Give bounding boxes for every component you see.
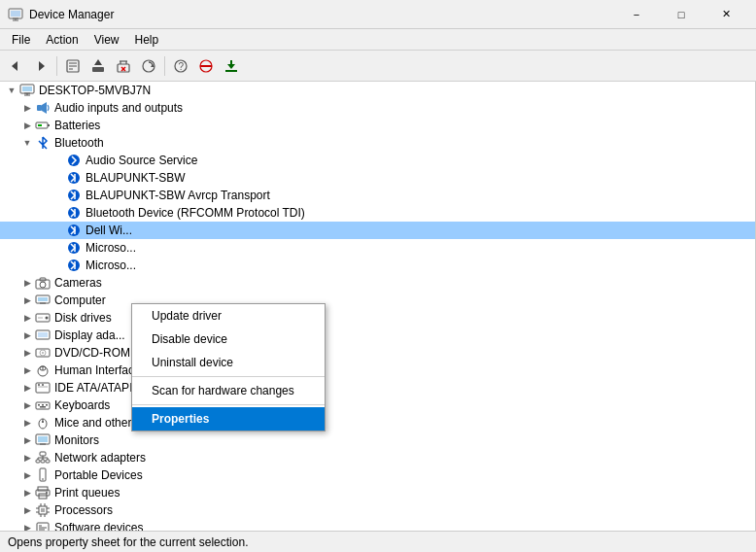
svg-rect-11: [92, 67, 104, 72]
svg-point-79: [42, 421, 44, 423]
diskdrives-icon: [35, 310, 51, 326]
svg-rect-74: [42, 404, 44, 406]
svg-rect-76: [40, 406, 46, 408]
tree-item-diskdrives[interactable]: ▶ Disk drives: [0, 309, 755, 327]
expand-icon-keyboards: ▶: [19, 397, 35, 413]
tree-item-bluetooth[interactable]: ▼ Bluetooth: [0, 134, 755, 152]
software-icon: [35, 520, 51, 531]
menu-action[interactable]: Action: [38, 31, 86, 49]
window-title: Device Manager: [29, 8, 614, 21]
tree-item-blaupunkt[interactable]: ▶ BLAUPUNKT-SBW: [0, 169, 755, 187]
toolbar: ?: [0, 51, 756, 82]
ctx-disable-device[interactable]: Disable device: [132, 328, 325, 351]
expand-icon-cameras: ▶: [19, 275, 35, 291]
audio-label: Audio inputs and outputs: [54, 101, 183, 115]
tree-item-monitors[interactable]: ▶ Monitors: [0, 431, 755, 449]
expand-icon-monitors: ▶: [19, 432, 35, 448]
svg-rect-55: [38, 297, 48, 301]
svg-marker-34: [42, 102, 47, 114]
expand-icon-software: ▶: [19, 520, 35, 531]
expand-icon-ide: ▶: [19, 380, 35, 396]
install-toolbar-button[interactable]: [220, 54, 243, 78]
tree-item-dellwi[interactable]: ▶ Dell Wi...: [0, 222, 755, 239]
svg-rect-33: [37, 105, 42, 111]
portable-label: Portable Devices: [54, 468, 143, 482]
menu-file[interactable]: File: [4, 31, 38, 49]
tree-item-portable[interactable]: ▶ Portable Devices: [0, 466, 755, 484]
remove-toolbar-button[interactable]: [194, 54, 218, 78]
tree-item-audiosource[interactable]: ▶ Audio Source Service: [0, 152, 755, 169]
tree-item-microso2[interactable]: ▶ Microso...: [0, 257, 755, 274]
print-label: Print queues: [54, 486, 120, 500]
print-icon: [35, 485, 51, 500]
audiosource-label: Audio Source Service: [86, 154, 197, 167]
menu-help[interactable]: Help: [127, 31, 167, 49]
cameras-icon: [35, 275, 51, 291]
ctx-properties[interactable]: Properties: [132, 407, 325, 431]
expand-icon-network: ▶: [19, 450, 35, 466]
minimize-button[interactable]: −: [614, 0, 659, 29]
close-button[interactable]: ✕: [704, 0, 748, 29]
portable-icon: [35, 467, 51, 483]
svg-rect-61: [38, 332, 48, 337]
svg-text:?: ?: [179, 61, 185, 72]
expand-icon-display: ▶: [19, 328, 35, 343]
dvdcd-icon: [35, 345, 51, 361]
forward-button[interactable]: [29, 54, 52, 78]
tree-item-mice[interactable]: ▶ Mice and other pointing devices: [0, 414, 755, 431]
tree-item-processors[interactable]: ▶ Processors: [0, 501, 755, 519]
window-controls[interactable]: − □ ✕: [614, 0, 748, 29]
display-label: Display ada...: [54, 328, 125, 342]
help-toolbar-button[interactable]: ?: [169, 54, 192, 78]
tree-item-keyboards[interactable]: ▶ Keyboards: [0, 397, 755, 414]
device-tree[interactable]: ▼ DESKTOP-5MVBJ7N ▶: [0, 82, 756, 531]
expand-icon-hid: ▶: [19, 362, 35, 378]
tree-item-audio[interactable]: ▶ Audio inputs and outputs: [0, 99, 755, 117]
tree-item-print[interactable]: ▶ Print queues: [0, 484, 755, 501]
ctx-update-driver[interactable]: Update driver: [132, 304, 325, 328]
update-driver-toolbar-button[interactable]: [86, 54, 110, 78]
svg-point-58: [46, 317, 49, 320]
tree-item-computer[interactable]: ▶ Computer: [0, 292, 755, 309]
properties-toolbar-button[interactable]: [61, 54, 85, 78]
tree-item-btdevice[interactable]: ▶ Bluetooth Device (RFCOMM Protocol TDI): [0, 204, 755, 222]
menu-view[interactable]: View: [86, 31, 127, 49]
microso1-label: Microso...: [86, 241, 136, 255]
tree-item-dvdcd[interactable]: ▶ DVD/CD-ROM drives: [0, 344, 755, 362]
tree-item-software[interactable]: ▶ Software devices: [0, 519, 755, 531]
svg-point-70: [38, 384, 40, 386]
main-area: ▼ DESKTOP-5MVBJ7N ▶: [0, 82, 756, 531]
ide-icon: [35, 380, 51, 396]
software-label: Software devices: [54, 521, 143, 531]
tree-item-network[interactable]: ▶ Network adapters: [0, 449, 755, 466]
audio-icon: [35, 100, 51, 116]
blaupunkt-icon: [66, 170, 82, 186]
svg-rect-86: [41, 460, 45, 463]
tree-item-blaupunkt2[interactable]: ▶ BLAUPUNKT-SBW Avrcp Transport: [0, 187, 755, 204]
expand-icon-batteries: ▶: [19, 118, 35, 133]
computer2-icon: [35, 293, 51, 308]
tree-item-display[interactable]: ▶ Display ada...: [0, 327, 755, 344]
expand-icon-bluetooth: ▼: [19, 135, 35, 151]
tree-item-microso1[interactable]: ▶ Microso...: [0, 239, 755, 257]
network-label: Network adapters: [54, 451, 146, 465]
tree-item-hid[interactable]: ▶ Human Interface Devices: [0, 362, 755, 379]
svg-rect-1: [11, 11, 20, 17]
svg-rect-37: [38, 124, 42, 126]
scan-toolbar-button[interactable]: [137, 54, 160, 78]
back-button[interactable]: [4, 54, 27, 78]
tree-item-ide[interactable]: ▶ IDE ATA/ATAPI controllers: [0, 379, 755, 397]
ctx-uninstall-device[interactable]: Uninstall device: [132, 351, 325, 374]
tree-item-batteries[interactable]: ▶ Batteries: [0, 117, 755, 134]
svg-rect-29: [22, 86, 32, 91]
keyboards-label: Keyboards: [54, 398, 110, 412]
display-icon: [35, 328, 51, 343]
maximize-button[interactable]: □: [659, 0, 704, 29]
ctx-scan-hardware[interactable]: Scan for hardware changes: [132, 379, 325, 402]
svg-rect-36: [48, 124, 50, 126]
tree-item-root[interactable]: ▼ DESKTOP-5MVBJ7N: [0, 82, 755, 99]
svg-point-52: [40, 282, 46, 288]
uninstall-toolbar-button[interactable]: [112, 54, 135, 78]
tree-item-cameras[interactable]: ▶ Cameras: [0, 274, 755, 292]
audiosource-icon: [66, 153, 82, 168]
